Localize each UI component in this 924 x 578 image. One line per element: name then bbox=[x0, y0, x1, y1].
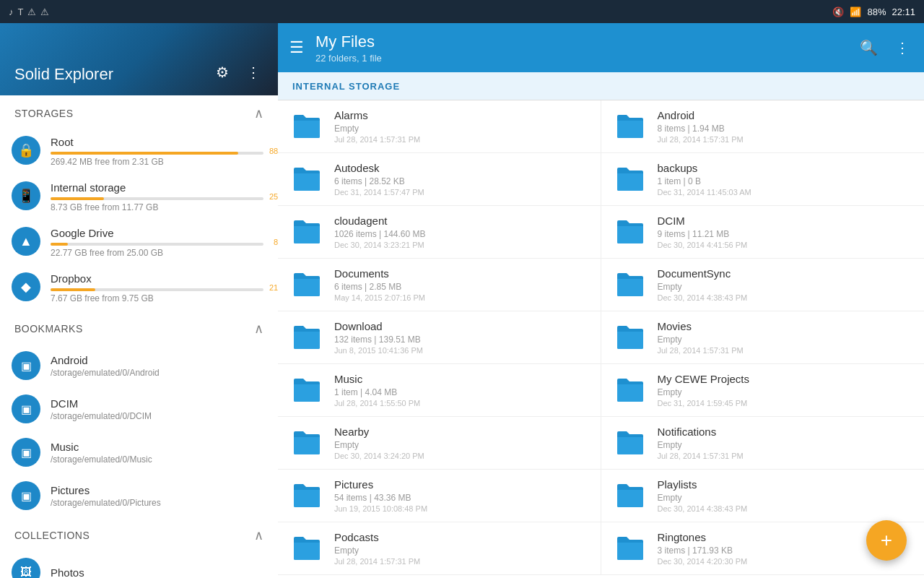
bookmark-music-name: Music bbox=[51, 441, 263, 453]
root-name: Root bbox=[51, 136, 263, 148]
bookmark-music-path: /storage/emulated/0/Music bbox=[51, 454, 263, 465]
gdrive-icon: ▲ bbox=[12, 227, 40, 256]
overflow-menu-icon[interactable]: ⋮ bbox=[892, 36, 912, 59]
mute-icon: 🔇 bbox=[832, 7, 844, 17]
storage-label: INTERNAL STORAGE bbox=[292, 81, 400, 92]
file-item-notifications[interactable]: Notifications Empty Jul 28, 2014 1:57:31… bbox=[601, 417, 925, 470]
bookmark-pictures-icon: ▣ bbox=[12, 481, 40, 510]
file-name: Podcasts bbox=[334, 531, 589, 543]
folder-icon bbox=[289, 478, 324, 513]
file-name: DocumentSync bbox=[658, 267, 913, 280]
sidebar-header: Solid Explorer ⚙ ⋮ bbox=[0, 23, 278, 95]
file-name: DCIM bbox=[658, 215, 913, 227]
search-icon[interactable]: 🔍 bbox=[857, 36, 881, 59]
file-item-nearby[interactable]: Nearby Empty Dec 30, 2014 3:24:20 PM bbox=[278, 417, 601, 470]
file-item-playlists[interactable]: Playlists Empty Dec 30, 2014 4:38:43 PM bbox=[601, 470, 925, 522]
file-info: Music 1 item | 4.04 MB Jul 28, 2014 1:55… bbox=[334, 373, 589, 407]
internal-bar bbox=[51, 197, 104, 200]
folder-icon bbox=[289, 215, 324, 249]
sidebar-header-icons: ⚙ ⋮ bbox=[213, 61, 263, 84]
dropbox-bar-container: 21% bbox=[51, 288, 263, 291]
file-item-documents[interactable]: Documents 6 items | 2.85 MB May 14, 2015… bbox=[278, 259, 601, 311]
file-item-documentsync[interactable]: DocumentSync Empty Dec 30, 2014 4:38:43 … bbox=[601, 259, 925, 311]
bookmark-android[interactable]: ▣ Android /storage/emulated/0/Android bbox=[0, 344, 278, 387]
file-item-podcasts[interactable]: Podcasts Empty Jul 28, 2014 1:57:31 PM bbox=[278, 522, 601, 575]
gdrive-info: Google Drive 8% 22.77 GB free from 25.00… bbox=[51, 227, 263, 258]
fab-add-button[interactable]: + bbox=[866, 520, 907, 561]
dropbox-icon: ◆ bbox=[12, 272, 40, 301]
hamburger-menu[interactable]: ☰ bbox=[289, 38, 304, 57]
fab-plus-icon: + bbox=[881, 529, 892, 552]
volume-off-icon: ♪ bbox=[9, 7, 14, 17]
file-info: Pictures 54 items | 43.36 MB Jun 19, 201… bbox=[334, 478, 589, 513]
bookmark-dcim[interactable]: ▣ DCIM /storage/emulated/0/DCIM bbox=[0, 387, 278, 431]
bookmark-android-path: /storage/emulated/0/Android bbox=[51, 368, 263, 378]
status-bar: ♪ T ⚠ ⚠ 🔇 📶 88% 22:11 bbox=[0, 0, 924, 23]
storage-item-gdrive[interactable]: ▲ Google Drive 8% 22.77 GB free from 25.… bbox=[0, 220, 278, 265]
settings-button[interactable]: ⚙ bbox=[213, 61, 232, 84]
top-bar-title-area: My Files 22 folders, 1 file bbox=[315, 33, 857, 64]
bookmarks-chevron[interactable]: ∧ bbox=[254, 321, 263, 337]
internal-bar-label: 25% bbox=[269, 192, 278, 201]
root-bar bbox=[51, 152, 238, 155]
file-date: Jul 28, 2014 1:57:31 PM bbox=[334, 557, 589, 566]
file-date: Jul 28, 2014 1:57:31 PM bbox=[658, 135, 913, 144]
collections-chevron[interactable]: ∧ bbox=[254, 527, 263, 543]
file-info: DCIM 9 items | 11.21 MB Dec 30, 2014 4:4… bbox=[658, 215, 913, 249]
file-item-autodesk[interactable]: Autodesk 6 items | 28.52 KB Dec 31, 2014… bbox=[278, 153, 601, 206]
file-info: Podcasts Empty Jul 28, 2014 1:57:31 PM bbox=[334, 531, 589, 566]
bookmark-android-info: Android /storage/emulated/0/Android bbox=[51, 354, 263, 378]
file-info: Notifications Empty Jul 28, 2014 1:57:31… bbox=[658, 426, 913, 460]
file-item-download[interactable]: Download 132 items | 139.51 MB Jun 8, 20… bbox=[278, 311, 601, 364]
file-meta: Empty bbox=[658, 387, 913, 397]
folder-icon bbox=[613, 426, 648, 460]
file-item-alarms[interactable]: Alarms Empty Jul 28, 2014 1:57:31 PM bbox=[278, 100, 601, 153]
storage-item-dropbox[interactable]: ◆ Dropbox 21% 7.67 GB free from 9.75 GB bbox=[0, 265, 278, 311]
warning-icon-2: ⚠ bbox=[40, 7, 49, 17]
internal-name: Internal storage bbox=[51, 181, 263, 194]
file-info: Nearby Empty Dec 30, 2014 3:24:20 PM bbox=[334, 426, 589, 460]
file-item-dcim[interactable]: DCIM 9 items | 11.21 MB Dec 30, 2014 4:4… bbox=[601, 206, 925, 259]
bookmark-android-icon: ▣ bbox=[12, 351, 40, 380]
file-item-my-cewe-projects[interactable]: My CEWE Projects Empty Dec 31, 2014 1:59… bbox=[601, 364, 925, 417]
file-meta: Empty bbox=[658, 440, 913, 450]
file-item-music[interactable]: Music 1 item | 4.04 MB Jul 28, 2014 1:55… bbox=[278, 364, 601, 417]
file-item-backups[interactable]: backups 1 item | 0 B Dec 31, 2014 11:45:… bbox=[601, 153, 925, 206]
file-date: Jun 19, 2015 10:08:48 PM bbox=[334, 504, 589, 513]
file-name: Playlists bbox=[658, 478, 913, 491]
file-meta: 6 items | 28.52 KB bbox=[334, 176, 589, 186]
storage-item-internal[interactable]: 📱 Internal storage 25% 8.73 GB free from… bbox=[0, 174, 278, 220]
storages-label: Storages bbox=[14, 108, 74, 119]
file-date: Dec 30, 2014 4:38:43 PM bbox=[658, 504, 913, 513]
collection-photos[interactable]: 🖼 Photos bbox=[0, 551, 278, 578]
bookmark-pictures[interactable]: ▣ Pictures /storage/emulated/0/Pictures bbox=[0, 474, 278, 517]
file-item-pictures[interactable]: Pictures 54 items | 43.36 MB Jun 19, 201… bbox=[278, 470, 601, 522]
folder-icon bbox=[613, 267, 648, 302]
t-icon: T bbox=[18, 7, 24, 17]
storages-chevron[interactable]: ∧ bbox=[254, 105, 263, 121]
main-container: Solid Explorer ⚙ ⋮ Storages ∧ 🔒 Root 88%… bbox=[0, 23, 924, 578]
file-date: Dec 30, 2014 3:24:20 PM bbox=[334, 452, 589, 460]
folder-icon bbox=[613, 373, 648, 407]
file-item-cloudagent[interactable]: cloudagent 1026 items | 144.60 MB Dec 30… bbox=[278, 206, 601, 259]
internal-icon: 📱 bbox=[12, 181, 40, 210]
file-meta: Empty bbox=[334, 124, 589, 134]
file-item-movies[interactable]: Movies Empty Jul 28, 2014 1:57:31 PM bbox=[601, 311, 925, 364]
file-meta: Empty bbox=[658, 493, 913, 503]
bookmark-music-info: Music /storage/emulated/0/Music bbox=[51, 441, 263, 465]
file-meta: 1 item | 0 B bbox=[658, 176, 913, 186]
more-options-button[interactable]: ⋮ bbox=[243, 61, 263, 84]
bookmark-music[interactable]: ▣ Music /storage/emulated/0/Music bbox=[0, 431, 278, 474]
root-bar-container: 88% bbox=[51, 152, 263, 155]
file-meta: Empty bbox=[334, 440, 589, 450]
file-info: Movies Empty Jul 28, 2014 1:57:31 PM bbox=[658, 320, 913, 355]
status-bar-right: 🔇 📶 88% 22:11 bbox=[832, 7, 915, 17]
file-name: Download bbox=[334, 320, 589, 332]
file-item-android[interactable]: Android 8 items | 1.94 MB Jul 28, 2014 1… bbox=[601, 100, 925, 153]
storage-item-root[interactable]: 🔒 Root 88% 269.42 MB free from 2.31 GB bbox=[0, 129, 278, 174]
folder-icon bbox=[289, 109, 324, 144]
file-meta: Empty bbox=[658, 282, 913, 292]
wifi-icon: 📶 bbox=[850, 7, 861, 17]
file-meta: 9 items | 11.21 MB bbox=[658, 229, 913, 239]
gdrive-name: Google Drive bbox=[51, 227, 263, 239]
